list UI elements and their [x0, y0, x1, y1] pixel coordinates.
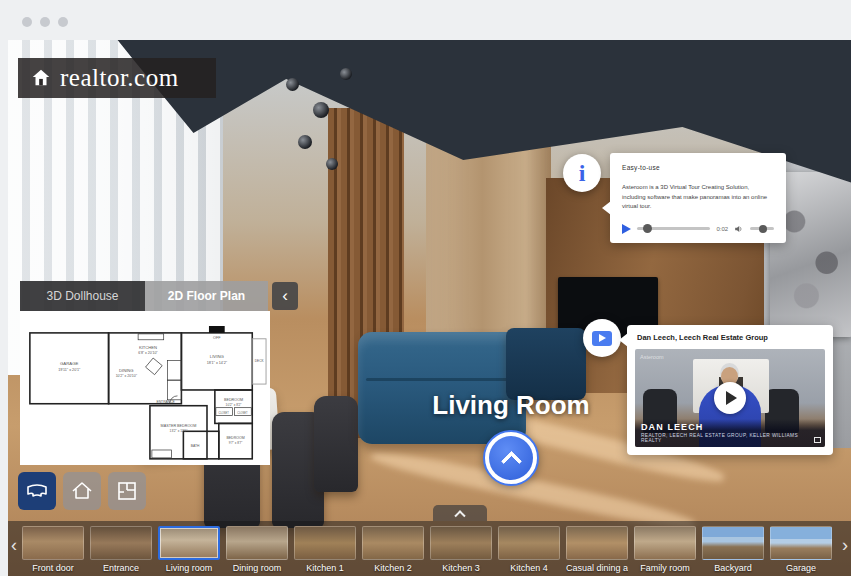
floorplan-drawing: GARAGE 19'11" x 20'1" KITCHEN 6'8" x 20'… — [22, 313, 268, 463]
chevron-up-icon — [454, 510, 465, 521]
video-hotspot-button[interactable] — [583, 319, 621, 357]
floorplan-panel[interactable]: GARAGE 19'11" x 20'1" KITCHEN 6'8" x 20'… — [20, 311, 270, 465]
thumbnail-image — [498, 526, 560, 560]
camera-position-marker — [209, 326, 225, 333]
window-dot[interactable] — [40, 17, 50, 27]
svg-text:19'11" x 20'1": 19'11" x 20'1" — [58, 368, 81, 372]
thumbnail-kitchen-1[interactable]: Kitchen 1 — [294, 526, 356, 573]
pendant-light — [298, 135, 312, 149]
audio-player: 0:02 — [622, 224, 774, 234]
svg-text:MASTER BEDROOM: MASTER BEDROOM — [161, 424, 197, 428]
panorama-mode-button[interactable] — [18, 472, 56, 510]
pendant-light — [313, 102, 329, 118]
thumbnail-image — [634, 526, 696, 560]
thumbnail-label: Family room — [634, 563, 696, 573]
thumbnail-label: Kitchen 1 — [294, 563, 356, 573]
video-icon — [592, 331, 612, 346]
svg-text:DINING: DINING — [119, 368, 133, 373]
floorplan-tab-bar: 3D Dollhouse 2D Floor Plan ‹ — [20, 281, 268, 311]
svg-text:18'1" x 14'2": 18'1" x 14'2" — [207, 361, 228, 365]
audio-time: 0:02 — [716, 226, 728, 232]
video-watermark: Asteroom — [640, 354, 664, 360]
agent-card-pointer — [619, 333, 628, 347]
thumbnail-image — [430, 526, 492, 560]
panorama-viewer[interactable]: realtor.com i Easy-to-use Asteroom is a … — [8, 40, 851, 576]
floorplan-collapse-button[interactable]: ‹ — [272, 282, 298, 310]
svg-text:BEDROOM: BEDROOM — [224, 398, 243, 402]
volume-slider[interactable] — [750, 227, 774, 230]
svg-text:OFF: OFF — [213, 336, 221, 340]
chevron-up-icon — [500, 450, 521, 471]
fullscreen-icon[interactable] — [814, 437, 821, 443]
audio-progress-slider[interactable] — [637, 227, 710, 230]
thumbnail-label: Casual dining ar— — [566, 563, 628, 573]
window-controls[interactable] — [22, 17, 68, 27]
thumbnail-scroll-left-button[interactable]: ‹ — [8, 535, 20, 556]
view-mode-buttons — [18, 472, 146, 510]
thumbnail-kitchen-2[interactable]: Kitchen 2 — [362, 526, 424, 573]
thumbnail-image — [226, 526, 288, 560]
floorplan-mode-button[interactable] — [108, 472, 146, 510]
thumbnail-label: Backyard — [702, 563, 764, 573]
thumbnail-garage[interactable]: Garage — [770, 526, 832, 573]
thumbnail-strip-collapse-button[interactable] — [433, 505, 487, 521]
dollhouse-mode-button[interactable] — [63, 472, 101, 510]
thumbnail-dining-room[interactable]: Dining room — [226, 526, 288, 573]
thumbnail-label: Living room — [158, 563, 220, 573]
window-dot[interactable] — [22, 17, 32, 27]
pendant-light — [326, 158, 338, 170]
svg-text:LIVING: LIVING — [210, 354, 225, 359]
navigate-disc — [489, 436, 533, 480]
realtor-logo: realtor.com — [18, 58, 216, 98]
thumbnail-backyard[interactable]: Backyard — [702, 526, 764, 573]
svg-text:DECK: DECK — [255, 359, 265, 363]
svg-text:CLOSET: CLOSET — [237, 411, 248, 415]
thumbnail-family-room[interactable]: Family room — [634, 526, 696, 573]
realtor-house-icon — [30, 67, 52, 89]
agent-name: DAN LEECH — [641, 422, 819, 432]
thumbnail-label: Kitchen 4 — [498, 563, 560, 573]
thumbnail-casual-dining[interactable]: Casual dining ar— — [566, 526, 628, 573]
svg-text:GARAGE: GARAGE — [60, 361, 79, 366]
video-play-button[interactable] — [714, 382, 746, 414]
window-dot[interactable] — [58, 17, 68, 27]
tooltip-title: Easy-to-use — [622, 164, 774, 171]
thumbnail-front-door[interactable]: Front door — [22, 526, 84, 573]
audio-progress-knob[interactable] — [643, 224, 652, 233]
dining-chair — [314, 396, 358, 492]
agent-subtitle: REALTOR, LEECH REAL ESTATE GROUP, KELLER… — [641, 433, 819, 443]
pendant-light — [286, 78, 299, 91]
blue-sofa — [358, 332, 526, 444]
tab-2d-floor-plan[interactable]: 2D Floor Plan — [145, 281, 268, 311]
thumbnail-entrance[interactable]: Entrance — [90, 526, 152, 573]
agent-video[interactable]: Asteroom DAN LEECH REALTOR, LEECH REAL E… — [635, 349, 825, 447]
volume-knob[interactable] — [759, 225, 767, 233]
info-tooltip: Easy-to-use Asteroom is a 3D Virtual Tou… — [610, 153, 786, 243]
thumbnail-scroll-right-button[interactable]: › — [839, 535, 851, 556]
svg-text:10'2" x 20'10": 10'2" x 20'10" — [116, 374, 138, 378]
svg-text:ENTRANCE: ENTRANCE — [157, 400, 176, 404]
tooltip-pointer — [602, 201, 611, 215]
thumbnail-label: Entrance — [90, 563, 152, 573]
thumbnail-image — [702, 526, 764, 560]
info-icon: i — [579, 161, 586, 185]
thumbnail-kitchen-3[interactable]: Kitchen 3 — [430, 526, 492, 573]
thumbnail-label: Garage — [770, 563, 832, 573]
tab-3d-dollhouse[interactable]: 3D Dollhouse — [20, 281, 145, 311]
thumbnail-living-room[interactable]: Living room — [158, 526, 220, 573]
thumbnail-image — [566, 526, 628, 560]
thumbnail-image — [770, 526, 832, 560]
navigate-forward-button[interactable] — [483, 430, 539, 486]
floorplan-icon — [115, 479, 139, 503]
chevron-right-icon: › — [842, 535, 848, 555]
svg-text:BEDROOM: BEDROOM — [226, 436, 244, 440]
audio-play-button[interactable] — [622, 224, 631, 234]
thumbnail-kitchen-4[interactable]: Kitchen 4 — [498, 526, 560, 573]
info-hotspot-button[interactable]: i — [563, 154, 601, 192]
chevron-left-icon: ‹ — [11, 535, 17, 555]
volume-icon[interactable] — [734, 224, 743, 234]
thumbnail-image — [90, 526, 152, 560]
agent-video-card: Dan Leech, Leech Real Estate Group Aster… — [627, 325, 833, 455]
svg-text:13'2" x 12'1": 13'2" x 12'1" — [170, 429, 189, 433]
video-lower-third: DAN LEECH REALTOR, LEECH REAL ESTATE GRO… — [635, 419, 825, 447]
